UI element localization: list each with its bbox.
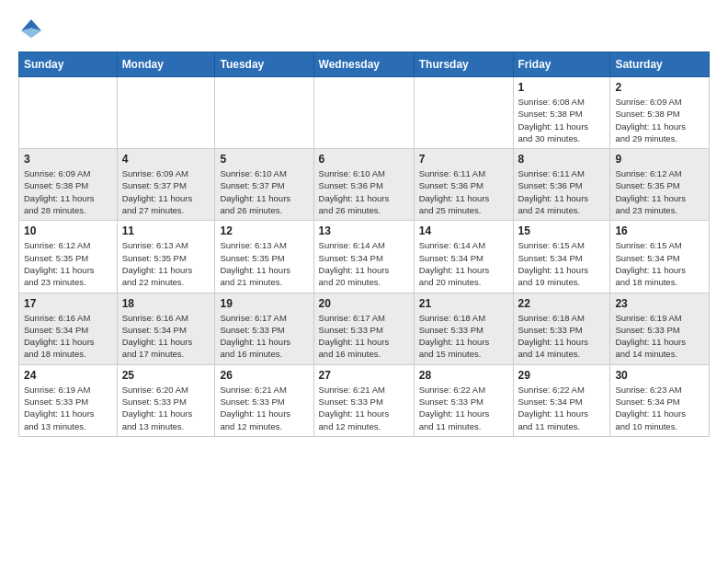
weekday-header-monday: Monday: [117, 52, 215, 77]
calendar-cell: 1Sunrise: 6:08 AM Sunset: 5:38 PM Daylig…: [513, 77, 610, 149]
calendar-cell: 15Sunrise: 6:15 AM Sunset: 5:34 PM Dayli…: [513, 221, 610, 293]
calendar-cell: 8Sunrise: 6:11 AM Sunset: 5:36 PM Daylig…: [513, 149, 610, 221]
day-number: 5: [220, 153, 308, 166]
calendar-cell: 12Sunrise: 6:13 AM Sunset: 5:35 PM Dayli…: [215, 221, 313, 293]
calendar-cell: 30Sunrise: 6:23 AM Sunset: 5:34 PM Dayli…: [610, 364, 710, 436]
day-number: 28: [419, 369, 508, 382]
weekday-header-wednesday: Wednesday: [313, 52, 414, 77]
day-number: 16: [615, 224, 704, 237]
calendar-cell: 9Sunrise: 6:12 AM Sunset: 5:35 PM Daylig…: [610, 149, 710, 221]
day-info: Sunrise: 6:23 AM Sunset: 5:34 PM Dayligh…: [615, 384, 704, 432]
weekday-header-saturday: Saturday: [610, 52, 710, 77]
weekday-header-friday: Friday: [513, 52, 610, 77]
day-number: 25: [122, 369, 210, 382]
calendar-cell: 21Sunrise: 6:18 AM Sunset: 5:33 PM Dayli…: [414, 293, 513, 364]
calendar-cell: 27Sunrise: 6:21 AM Sunset: 5:33 PM Dayli…: [313, 364, 414, 436]
day-info: Sunrise: 6:13 AM Sunset: 5:35 PM Dayligh…: [122, 239, 210, 288]
calendar-cell: 23Sunrise: 6:19 AM Sunset: 5:33 PM Dayli…: [610, 293, 710, 364]
day-number: 17: [24, 297, 112, 310]
day-number: 21: [419, 297, 508, 310]
day-number: 19: [220, 297, 308, 310]
day-info: Sunrise: 6:10 AM Sunset: 5:37 PM Dayligh…: [220, 167, 308, 216]
day-info: Sunrise: 6:11 AM Sunset: 5:36 PM Dayligh…: [419, 167, 508, 216]
day-info: Sunrise: 6:17 AM Sunset: 5:33 PM Dayligh…: [319, 312, 409, 361]
day-number: 18: [122, 297, 210, 310]
calendar-cell: 19Sunrise: 6:17 AM Sunset: 5:33 PM Dayli…: [215, 293, 313, 364]
calendar-cell: 25Sunrise: 6:20 AM Sunset: 5:33 PM Dayli…: [117, 364, 215, 436]
day-info: Sunrise: 6:17 AM Sunset: 5:33 PM Dayligh…: [220, 312, 308, 361]
day-info: Sunrise: 6:22 AM Sunset: 5:33 PM Dayligh…: [419, 384, 508, 432]
calendar-cell: 24Sunrise: 6:19 AM Sunset: 5:33 PM Dayli…: [19, 364, 118, 436]
calendar-cell: 28Sunrise: 6:22 AM Sunset: 5:33 PM Dayli…: [414, 364, 513, 436]
day-info: Sunrise: 6:15 AM Sunset: 5:34 PM Dayligh…: [518, 239, 606, 288]
day-info: Sunrise: 6:18 AM Sunset: 5:33 PM Dayligh…: [518, 312, 606, 361]
calendar-row-3: 10Sunrise: 6:12 AM Sunset: 5:35 PM Dayli…: [19, 221, 710, 293]
day-info: Sunrise: 6:20 AM Sunset: 5:33 PM Dayligh…: [122, 384, 210, 432]
calendar-cell: 7Sunrise: 6:11 AM Sunset: 5:36 PM Daylig…: [414, 149, 513, 221]
day-info: Sunrise: 6:09 AM Sunset: 5:38 PM Dayligh…: [615, 96, 704, 144]
calendar-cell: 11Sunrise: 6:13 AM Sunset: 5:35 PM Dayli…: [117, 221, 215, 293]
calendar-cell: 5Sunrise: 6:10 AM Sunset: 5:37 PM Daylig…: [215, 149, 313, 221]
day-number: 29: [518, 369, 606, 382]
day-info: Sunrise: 6:21 AM Sunset: 5:33 PM Dayligh…: [220, 384, 308, 432]
day-number: 3: [24, 153, 112, 166]
day-number: 13: [319, 224, 409, 237]
day-info: Sunrise: 6:16 AM Sunset: 5:34 PM Dayligh…: [122, 312, 210, 361]
day-number: 23: [615, 297, 704, 310]
day-number: 8: [518, 153, 606, 166]
day-info: Sunrise: 6:19 AM Sunset: 5:33 PM Dayligh…: [24, 384, 112, 432]
calendar-cell: 26Sunrise: 6:21 AM Sunset: 5:33 PM Dayli…: [215, 364, 313, 436]
calendar-cell: 6Sunrise: 6:10 AM Sunset: 5:36 PM Daylig…: [313, 149, 414, 221]
calendar-cell: [313, 77, 414, 149]
calendar-row-4: 17Sunrise: 6:16 AM Sunset: 5:34 PM Dayli…: [19, 293, 710, 364]
day-number: 9: [615, 153, 704, 166]
day-number: 14: [419, 224, 508, 237]
calendar: SundayMondayTuesdayWednesdayThursdayFrid…: [18, 52, 710, 437]
day-info: Sunrise: 6:22 AM Sunset: 5:34 PM Dayligh…: [518, 384, 606, 432]
weekday-header-thursday: Thursday: [414, 52, 513, 77]
day-number: 12: [220, 224, 308, 237]
day-number: 30: [615, 369, 704, 382]
calendar-cell: 22Sunrise: 6:18 AM Sunset: 5:33 PM Dayli…: [513, 293, 610, 364]
calendar-header: SundayMondayTuesdayWednesdayThursdayFrid…: [19, 52, 710, 77]
day-info: Sunrise: 6:10 AM Sunset: 5:36 PM Dayligh…: [319, 167, 409, 216]
day-info: Sunrise: 6:19 AM Sunset: 5:33 PM Dayligh…: [615, 312, 704, 361]
calendar-cell: 3Sunrise: 6:09 AM Sunset: 5:38 PM Daylig…: [19, 149, 118, 221]
header: [18, 17, 710, 42]
calendar-cell: 20Sunrise: 6:17 AM Sunset: 5:33 PM Dayli…: [313, 293, 414, 364]
day-info: Sunrise: 6:12 AM Sunset: 5:35 PM Dayligh…: [24, 239, 112, 288]
day-info: Sunrise: 6:15 AM Sunset: 5:34 PM Dayligh…: [615, 239, 704, 288]
day-number: 26: [220, 369, 308, 382]
calendar-cell: 4Sunrise: 6:09 AM Sunset: 5:37 PM Daylig…: [117, 149, 215, 221]
day-number: 7: [419, 153, 508, 166]
calendar-cell: [414, 77, 513, 149]
day-info: Sunrise: 6:16 AM Sunset: 5:34 PM Dayligh…: [24, 312, 112, 361]
logo: [18, 17, 48, 42]
day-number: 27: [319, 369, 409, 382]
calendar-cell: 29Sunrise: 6:22 AM Sunset: 5:34 PM Dayli…: [513, 364, 610, 436]
calendar-row-5: 24Sunrise: 6:19 AM Sunset: 5:33 PM Dayli…: [19, 364, 710, 436]
page: SundayMondayTuesdayWednesdayThursdayFrid…: [0, 0, 728, 454]
calendar-cell: 2Sunrise: 6:09 AM Sunset: 5:38 PM Daylig…: [610, 77, 710, 149]
calendar-cell: 10Sunrise: 6:12 AM Sunset: 5:35 PM Dayli…: [19, 221, 118, 293]
calendar-cell: 16Sunrise: 6:15 AM Sunset: 5:34 PM Dayli…: [610, 221, 710, 293]
weekday-row: SundayMondayTuesdayWednesdayThursdayFrid…: [19, 52, 710, 77]
calendar-cell: 17Sunrise: 6:16 AM Sunset: 5:34 PM Dayli…: [19, 293, 118, 364]
calendar-cell: [215, 77, 313, 149]
day-number: 22: [518, 297, 606, 310]
logo-icon: [18, 17, 44, 42]
calendar-body: 1Sunrise: 6:08 AM Sunset: 5:38 PM Daylig…: [19, 77, 710, 437]
day-info: Sunrise: 6:08 AM Sunset: 5:38 PM Dayligh…: [518, 96, 606, 144]
day-number: 20: [319, 297, 409, 310]
day-number: 11: [122, 224, 210, 237]
day-number: 6: [319, 153, 409, 166]
day-info: Sunrise: 6:18 AM Sunset: 5:33 PM Dayligh…: [419, 312, 508, 361]
day-number: 2: [615, 81, 704, 94]
day-number: 1: [518, 81, 606, 94]
day-info: Sunrise: 6:09 AM Sunset: 5:38 PM Dayligh…: [24, 167, 112, 216]
day-number: 4: [122, 153, 210, 166]
calendar-cell: [19, 77, 118, 149]
calendar-row-1: 1Sunrise: 6:08 AM Sunset: 5:38 PM Daylig…: [19, 77, 710, 149]
day-info: Sunrise: 6:21 AM Sunset: 5:33 PM Dayligh…: [319, 384, 409, 432]
day-info: Sunrise: 6:13 AM Sunset: 5:35 PM Dayligh…: [220, 239, 308, 288]
